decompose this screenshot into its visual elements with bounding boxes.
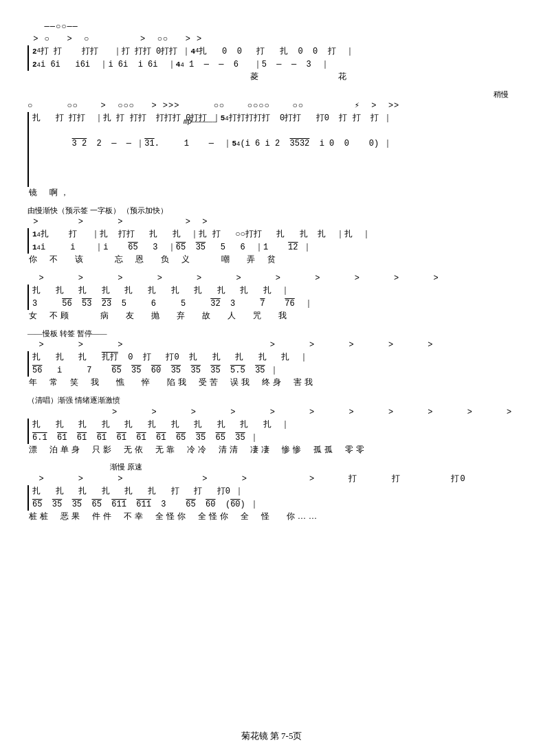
section-4: > > > > > > > > > > > 扎 扎 扎 扎 扎 扎 扎 扎 扎 … — [27, 272, 516, 322]
marks-s5-top: > > > > > > > > — [27, 339, 516, 351]
lyric-s7: 桩桩 恶果 件件 不幸 全怪你 全怪你 全 怪 你…… — [27, 511, 516, 522]
marks-s7-top: > > > > > > 打 打 打0 — [27, 473, 516, 485]
section-5: ——慢板 转签 暂停—— > > > > > > > > 扎 扎 扎 扎打 0 … — [27, 329, 516, 388]
percussion-s2: 扎 打 打打 ｜扎 打 打打 打打打 0打打 ｜54打打打打打 0打打 打0 打… — [32, 112, 516, 124]
marks-s6-top: > > > > > > > > > > > — [27, 406, 516, 419]
percussion-s4: 扎 扎 扎 扎 扎 扎 扎 扎 扎 扎 扎 ｜ — [32, 285, 516, 297]
annotation-s3: 由慢渐快（预示签 一字板） （预示加快） — [27, 205, 516, 216]
percussion-s3: 14扎 打 ｜扎 打打 扎 扎 ｜扎 打 ○○打打 扎 扎 扎 ｜扎 ｜ — [32, 228, 516, 241]
annotation-s5: ——慢板 转签 暂停—— — [27, 329, 516, 339]
marks-s1-top: ——○○—— — [27, 21, 516, 33]
lyric-s2: 镜 啊， — [27, 187, 516, 199]
section-3: 由慢渐快（预示签 一字板） （预示加快） > > > > > 14扎 打 ｜扎 … — [27, 205, 516, 265]
lyric-s6: 漂 泊单身 只影 无依 无靠 冷冷 清清 凄凄 惨惨 孤孤 零零 — [27, 444, 516, 456]
percussion-s7: 扎 扎 扎 扎 扎 扎 打 打 打0 ｜ — [32, 485, 516, 498]
section-7: 渐慢 原速 > > > > > > 打 打 打0 扎 扎 扎 扎 扎 扎 打 打… — [27, 462, 516, 522]
section-1: ——○○—— > ○ > ○ > ○○ > > 24打 打 打打 ｜打 打打 0… — [27, 21, 516, 82]
accent-s1-top: > ○ > ○ > ○○ > > — [27, 33, 516, 45]
lyric-s4: 女 不顾 病 友 抛 弃 故 人 咒 我 — [27, 310, 516, 322]
lyric-s3: 你 不 该 忘 恩 负 义 嘲 弄 贫 — [27, 254, 516, 265]
notation-s3: 14i i ｜i 65 3 ｜65 35 5 6 ｜1 12 ｜ — [32, 241, 516, 254]
lyric-s1: 菱 花 — [27, 71, 516, 82]
notation-s2: 3 2 2 — — ｜31. 1 — ｜54(i 6 i 2 3532 i 0 … — [32, 125, 516, 187]
notation-s4: 3 56 53 23 5 6 5 32 3 7 76 ｜ — [32, 298, 516, 310]
percussion-s1: 24打 打 打打 ｜打 打打 0打打 ｜44扎 0 0 打 扎 0 0 打 ｜ — [32, 45, 516, 58]
notation-s1: 24i 6i i6i ｜i 6i i 6i ｜44 1 — — 6 ｜5 — —… — [32, 58, 516, 71]
notation-s5: 56 i 7 65 35 60 35 35 35 5.5 35 ｜ — [32, 364, 516, 377]
annotation-s2: 稍慢 — [27, 89, 516, 100]
page: ——○○—— > ○ > ○ > ○○ > > 24打 打 打打 ｜打 打打 0… — [0, 0, 543, 756]
marks-s2-top: ○ ○○ > ○○○ > >>> ○○ ○○○○ ○○ ⚡ > >> — [27, 100, 516, 112]
notation-s7: 65 35 35 65 611 611 3 65 60 (60) ｜ — [32, 498, 516, 511]
section-6: （清唱）渐强 情绪逐渐激愤 > > > > > > > > > > > 扎 扎 … — [27, 395, 516, 455]
lyric-s5: 年 常 笑 我 憔 悴 陷我 受苦 误我 终身 害我 — [27, 377, 516, 388]
annotation-s7: 渐慢 原速 — [27, 462, 516, 472]
percussion-s5: 扎 扎 扎 扎打 0 打 打0 扎 扎 扎 扎 扎 ｜ — [32, 351, 516, 364]
footer-text: 菊花镜 第 7-5页 — [241, 731, 302, 741]
annotation-s6: （清唱）渐强 情绪逐渐激愤 — [27, 395, 516, 405]
percussion-s6: 扎 扎 扎 扎 扎 扎 扎 扎 扎 扎 扎 ｜ — [32, 419, 516, 431]
section-2: 稍慢 ○ ○○ > ○○○ > >>> ○○ ○○○○ ○○ ⚡ > >> 扎 … — [27, 89, 516, 199]
page-footer: 菊花镜 第 7-5页 — [0, 730, 543, 742]
marks-s4-top: > > > > > > > > > > > — [27, 272, 516, 285]
notation-s6: 6.1 61 61 61 61 61 61 65 35 65 35 ｜ — [32, 432, 516, 444]
marks-s3-top: > > > > > — [27, 216, 516, 228]
